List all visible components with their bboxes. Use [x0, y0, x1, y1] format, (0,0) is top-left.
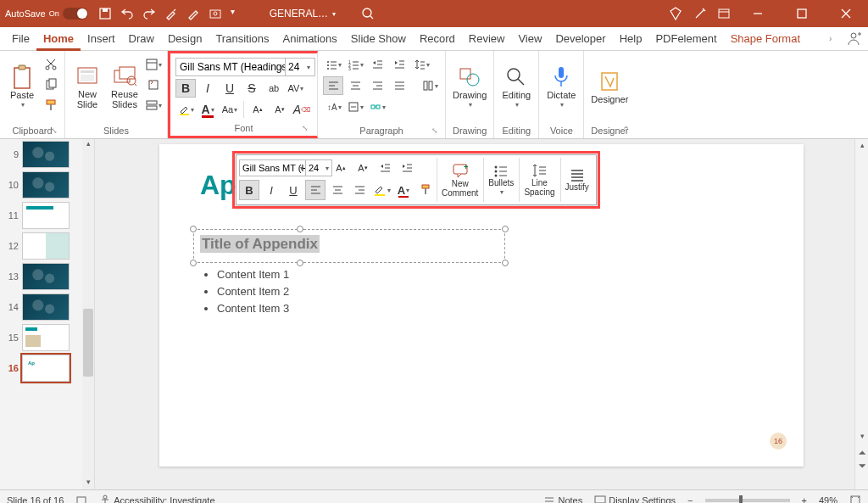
- maximize-button[interactable]: [785, 0, 819, 27]
- highlight-color-button[interactable]: [175, 100, 196, 119]
- mini-grow-font-button[interactable]: A▴: [331, 158, 351, 178]
- bullets-button[interactable]: [323, 55, 343, 74]
- diamond-premium-icon[interactable]: [668, 6, 683, 21]
- change-case-button[interactable]: Aa: [220, 100, 240, 119]
- mini-increase-indent-button[interactable]: [397, 158, 417, 178]
- close-button[interactable]: [829, 0, 863, 27]
- canvas-scrollbar[interactable]: ▴ ▾ ⏶ ⏷: [854, 139, 868, 489]
- align-center-button[interactable]: [345, 76, 365, 95]
- text-direction-button[interactable]: ↕A: [323, 98, 343, 116]
- title-textbox[interactable]: Title of Appendix: [200, 236, 403, 256]
- zoom-out-button[interactable]: −: [687, 495, 693, 504]
- resize-handle[interactable]: [502, 260, 509, 266]
- clear-format-button[interactable]: A⌫: [292, 100, 312, 119]
- slide-thumbnail[interactable]: 11: [0, 200, 94, 231]
- eyedropper-icon[interactable]: [164, 7, 178, 20]
- slide-thumbnail[interactable]: 14: [0, 292, 94, 322]
- qat-more-icon[interactable]: ▾: [231, 7, 244, 20]
- tab-design[interactable]: Design: [161, 27, 209, 51]
- chevron-down-icon[interactable]: ▾: [326, 165, 329, 172]
- mini-align-center-button[interactable]: [327, 180, 348, 200]
- tab-slideshow[interactable]: Slide Show: [344, 27, 413, 51]
- align-right-button[interactable]: [367, 76, 387, 95]
- resize-handle[interactable]: [297, 260, 303, 266]
- tab-shape-format[interactable]: Shape Format: [724, 27, 807, 51]
- columns-button[interactable]: [420, 76, 440, 95]
- align-left-button[interactable]: [323, 76, 343, 95]
- resize-handle[interactable]: [190, 226, 197, 232]
- copy-icon[interactable]: [42, 76, 59, 93]
- next-slide-icon[interactable]: ⏷: [856, 461, 868, 472]
- prev-slide-icon[interactable]: ⏶: [856, 447, 868, 459]
- slide-canvas[interactable]: Ap ▾ ▾ A▴ A▾ B I U: [159, 144, 804, 467]
- underline-button[interactable]: U: [220, 79, 240, 98]
- slide-counter[interactable]: Slide 16 of 16: [7, 495, 64, 504]
- display-settings-button[interactable]: Display Settings: [594, 495, 676, 504]
- mini-justify-button[interactable]: Justify: [560, 158, 593, 202]
- wand-icon[interactable]: [693, 7, 707, 20]
- reset-icon[interactable]: [145, 76, 162, 93]
- numbering-button[interactable]: 123: [345, 55, 365, 74]
- language-button[interactable]: [75, 495, 87, 504]
- scroll-down-icon[interactable]: ▾: [83, 478, 93, 489]
- notes-button[interactable]: Notes: [543, 495, 582, 504]
- cut-icon[interactable]: [42, 56, 59, 73]
- list-item[interactable]: Content Item 2: [217, 283, 289, 300]
- clipboard-launcher-icon[interactable]: ⤡: [49, 126, 59, 137]
- font-name-chevron-icon[interactable]: ▾: [280, 64, 283, 71]
- tab-help[interactable]: Help: [613, 27, 649, 51]
- mini-font-name-input[interactable]: [239, 159, 309, 176]
- zoom-knob[interactable]: [739, 495, 743, 504]
- list-item[interactable]: Content Item 1: [217, 266, 289, 283]
- editing-button[interactable]: Editing ▾: [498, 53, 535, 120]
- tab-animations[interactable]: Animations: [276, 27, 344, 51]
- strikethrough-button[interactable]: S: [242, 79, 262, 98]
- save-icon[interactable]: [98, 7, 112, 20]
- tabs-overflow-icon[interactable]: ›: [829, 34, 839, 43]
- reuse-slides-button[interactable]: Reuse Slides: [106, 53, 143, 120]
- tab-insert[interactable]: Insert: [81, 27, 122, 51]
- resize-handle[interactable]: [297, 226, 303, 232]
- redo-icon[interactable]: [142, 7, 156, 20]
- mini-font-color-button[interactable]: A▾: [393, 180, 414, 200]
- list-item[interactable]: Content Item 3: [217, 300, 289, 317]
- line-spacing-button[interactable]: [411, 55, 431, 74]
- section-icon[interactable]: [145, 97, 162, 114]
- slide-thumbnail[interactable]: 15: [0, 322, 94, 353]
- mini-align-left-button[interactable]: [305, 180, 326, 200]
- shadow-button[interactable]: ab: [264, 79, 284, 98]
- slide-thumbnail[interactable]: 10: [0, 170, 94, 200]
- mini-italic-button[interactable]: I: [261, 180, 281, 200]
- grow-font-button[interactable]: A▴: [248, 100, 268, 119]
- align-text-vertical-button[interactable]: [345, 98, 365, 116]
- format-painter-icon[interactable]: [42, 97, 59, 114]
- italic-button[interactable]: I: [198, 79, 218, 98]
- search-icon[interactable]: [361, 7, 375, 20]
- mini-shrink-font-button[interactable]: A▾: [353, 158, 373, 178]
- drawing-button[interactable]: Drawing ▾: [449, 53, 490, 120]
- font-size-chevron-icon[interactable]: ▾: [307, 64, 310, 71]
- document-title[interactable]: GENERAL… ▾: [270, 8, 336, 20]
- font-color-button[interactable]: A: [198, 100, 218, 119]
- resize-handle[interactable]: [502, 226, 509, 232]
- scroll-handle[interactable]: [83, 309, 93, 377]
- mini-bullets-button[interactable]: Bullets ▾: [483, 158, 518, 202]
- window-mode-icon[interactable]: [717, 7, 731, 20]
- decrease-indent-button[interactable]: [367, 55, 387, 74]
- accessibility-button[interactable]: Accessibility: Investigate: [99, 495, 214, 504]
- tab-developer[interactable]: Developer: [548, 27, 612, 51]
- tab-review[interactable]: Review: [462, 27, 512, 51]
- tab-view[interactable]: View: [511, 27, 548, 51]
- justify-button[interactable]: [389, 76, 409, 95]
- layout-icon[interactable]: [145, 56, 162, 73]
- tab-transitions[interactable]: Transitions: [209, 27, 275, 51]
- autosave-toggle[interactable]: AutoSave On: [5, 8, 88, 20]
- paragraph-launcher-icon[interactable]: ⤡: [430, 126, 440, 137]
- zoom-level[interactable]: 49%: [819, 495, 837, 504]
- thumbnail-scrollbar[interactable]: ▴ ▾: [82, 139, 94, 489]
- dictate-button[interactable]: Dictate ▾: [542, 53, 580, 120]
- tab-home[interactable]: Home: [36, 27, 81, 51]
- font-launcher-icon[interactable]: ⤡: [300, 124, 310, 134]
- mini-new-comment-button[interactable]: + New Comment: [437, 158, 482, 202]
- tab-pdfelement[interactable]: PDFelement: [648, 27, 723, 51]
